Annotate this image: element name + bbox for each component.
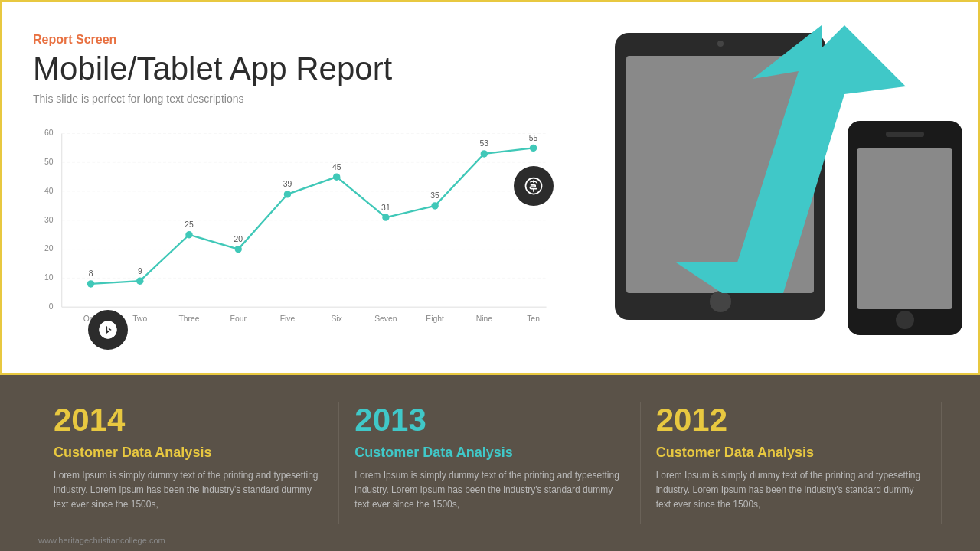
chart-icon <box>97 319 119 341</box>
svg-text:45: 45 <box>332 163 341 171</box>
svg-text:50: 50 <box>44 158 54 166</box>
col-text-2012: Lorem Ipsum is simply dummy text of the … <box>656 468 926 513</box>
year-2013: 2013 <box>354 402 624 439</box>
svg-text:Two: Two <box>132 315 147 323</box>
svg-text:Six: Six <box>331 315 342 323</box>
footer-url: www.heritagechristiancollege.com <box>38 536 165 545</box>
svg-point-22 <box>333 174 340 181</box>
top-section: Report Screen Mobile/Tablet App Report T… <box>0 0 980 375</box>
bottom-col-2013: 2013 Customer Data Analysis Lorem Ipsum … <box>339 402 640 524</box>
svg-text:35: 35 <box>430 192 439 201</box>
left-panel: Report Screen Mobile/Tablet App Report T… <box>2 2 584 373</box>
svg-text:30: 30 <box>44 216 54 224</box>
svg-point-26 <box>530 145 537 152</box>
svg-point-17 <box>87 280 94 287</box>
svg-text:20: 20 <box>234 235 243 243</box>
svg-text:25: 25 <box>185 220 194 229</box>
svg-text:Seven: Seven <box>374 315 397 323</box>
svg-point-24 <box>431 202 438 209</box>
svg-point-20 <box>235 246 242 253</box>
main-title: Mobile/Tablet App Report <box>33 51 554 86</box>
svg-text:40: 40 <box>44 187 54 195</box>
right-panel <box>584 2 978 373</box>
chart-icon-bubble <box>88 310 128 350</box>
svg-text:Three: Three <box>178 315 199 323</box>
col-text-2014: Lorem Ipsum is simply dummy text of the … <box>54 468 323 513</box>
col-title-2012: Customer Data Analysis <box>656 445 926 461</box>
svg-text:8: 8 <box>89 270 93 279</box>
svg-text:20: 20 <box>44 245 54 253</box>
svg-text:Eight: Eight <box>426 315 444 323</box>
svg-text:9: 9 <box>138 267 142 276</box>
svg-text:55: 55 <box>529 134 538 142</box>
chart-area: 0 10 20 30 40 50 60 <box>33 120 554 342</box>
year-2012: 2012 <box>656 402 926 439</box>
svg-text:53: 53 <box>480 140 489 148</box>
svg-point-21 <box>284 191 291 197</box>
svg-point-18 <box>136 278 143 285</box>
money-icon <box>523 175 544 197</box>
svg-point-19 <box>185 231 192 238</box>
svg-text:10: 10 <box>44 273 54 282</box>
bottom-col-2014: 2014 Customer Data Analysis Lorem Ipsum … <box>38 402 339 524</box>
year-2014: 2014 <box>54 402 323 439</box>
svg-text:0: 0 <box>49 302 54 311</box>
svg-text:39: 39 <box>283 181 292 189</box>
col-text-2013: Lorem Ipsum is simply dummy text of the … <box>354 468 624 513</box>
svg-text:Four: Four <box>230 315 247 323</box>
col-title-2014: Customer Data Analysis <box>54 445 323 461</box>
line-chart: 0 10 20 30 40 50 60 <box>33 120 554 342</box>
subtitle: This slide is perfect for long text desc… <box>33 93 554 105</box>
col-title-2013: Customer Data Analysis <box>354 445 624 461</box>
report-label: Report Screen <box>33 33 554 47</box>
bottom-section: 2014 Customer Data Analysis Lorem Ipsum … <box>0 375 980 551</box>
svg-point-25 <box>481 150 488 157</box>
teal-arrow <box>584 2 906 339</box>
svg-text:Ten: Ten <box>527 315 540 323</box>
svg-point-23 <box>382 214 389 221</box>
svg-text:60: 60 <box>44 129 54 138</box>
svg-text:Nine: Nine <box>476 315 493 323</box>
money-icon-bubble <box>514 166 554 206</box>
svg-text:31: 31 <box>381 204 390 212</box>
bottom-col-2012: 2012 Customer Data Analysis Lorem Ipsum … <box>641 402 942 524</box>
svg-text:Five: Five <box>280 315 296 323</box>
